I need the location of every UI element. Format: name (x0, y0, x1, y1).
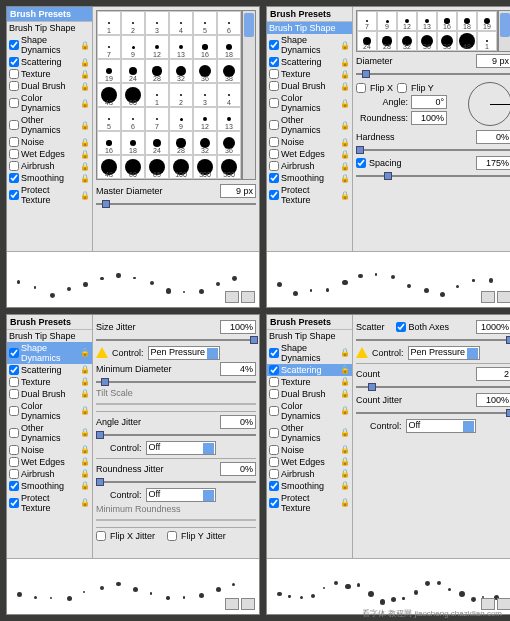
diameter-input[interactable] (476, 54, 510, 68)
sidebar-item-dual[interactable]: Dual Brush🔒 (267, 80, 352, 92)
sidebar-item-shape[interactable]: Shape Dynamics🔒 (7, 342, 92, 364)
sidebar-item-scatter[interactable]: Scattering🔒 (7, 56, 92, 68)
flipy-jitter-check[interactable] (167, 531, 177, 541)
control-select[interactable]: Off (146, 441, 216, 455)
sidebar-item-color[interactable]: Color Dynamics🔒 (7, 92, 92, 114)
stroke-preview (267, 251, 510, 307)
spacing-input[interactable] (476, 156, 510, 170)
panel-brush-tip: Brush Presets Brush Tip Shape Shape Dyna… (266, 6, 510, 308)
sidebar-item-texture[interactable]: Texture🔒 (7, 68, 92, 80)
sidebar-item-protect[interactable]: Protect Texture🔒 (7, 184, 92, 206)
sidebar-item-color[interactable]: Color Dynamics🔒 (7, 400, 92, 422)
sidebar-item-color[interactable]: Color Dynamics🔒 (267, 400, 352, 422)
sidebar-item-smooth[interactable]: Smoothing🔒 (7, 480, 92, 492)
angle-jitter-input[interactable] (220, 415, 256, 429)
sidebar-item-color[interactable]: Color Dynamics🔒 (267, 92, 352, 114)
trash-icon[interactable] (241, 598, 255, 610)
control-select[interactable]: Off (406, 419, 476, 433)
sidebar-item-noise[interactable]: Noise🔒 (267, 444, 352, 456)
sidebar-tip[interactable]: Brush Tip Shape (7, 330, 92, 342)
sidebar-item-scatter[interactable]: Scattering🔒 (7, 364, 92, 376)
warning-icon (96, 347, 108, 358)
master-diameter-input[interactable] (220, 184, 256, 198)
sidebar-item-shape[interactable]: Shape Dynamics🔒 (267, 342, 352, 364)
control-select[interactable]: Pen Pressure (148, 346, 221, 360)
stroke-preview (7, 558, 259, 614)
panel-brush-presets: Brush Presets Brush Tip Shape Shape Dyna… (6, 6, 260, 308)
sidebar-head[interactable]: Brush Presets (7, 315, 92, 330)
sidebar-item-wet[interactable]: Wet Edges🔒 (267, 148, 352, 160)
sidebar-item-texture[interactable]: Texture🔒 (7, 376, 92, 388)
sidebar-item-noise[interactable]: Noise🔒 (267, 136, 352, 148)
sidebar-item-smooth[interactable]: Smoothing🔒 (7, 172, 92, 184)
flipx-check[interactable] (356, 83, 366, 93)
sidebar-item-dual[interactable]: Dual Brush🔒 (267, 388, 352, 400)
flipy-check[interactable] (397, 83, 407, 93)
sidebar-item-protect[interactable]: Protect Texture🔒 (267, 184, 352, 206)
sidebar-item-other[interactable]: Other Dynamics🔒 (267, 422, 352, 444)
sidebar-head[interactable]: Brush Presets (7, 7, 92, 22)
sidebar-item-noise[interactable]: Noise🔒 (7, 136, 92, 148)
control-select[interactable]: Pen Pressure (408, 346, 481, 360)
sidebar-tip[interactable]: Brush Tip Shape (267, 22, 352, 34)
stroke-preview (267, 558, 510, 614)
spacing-check[interactable] (356, 158, 366, 168)
watermark: 看字体 教程网 jiaocheng.chazidian.com (362, 608, 502, 619)
master-diameter-slider[interactable] (96, 200, 256, 208)
sidebar-item-shape[interactable]: Shape Dynamics🔒 (267, 34, 352, 56)
count-input[interactable] (476, 367, 510, 381)
sidebar-item-air[interactable]: Airbrush🔒 (267, 468, 352, 480)
sidebar-item-other[interactable]: Other Dynamics🔒 (267, 114, 352, 136)
sidebar-item-smooth[interactable]: Smoothing🔒 (267, 172, 352, 184)
count-jitter-input[interactable] (476, 393, 510, 407)
sidebar-item-other[interactable]: Other Dynamics🔒 (7, 422, 92, 444)
master-diameter-label: Master Diameter (96, 186, 163, 196)
sidebar-head[interactable]: Brush Presets (267, 315, 352, 330)
min-diameter-input[interactable] (220, 362, 256, 376)
sidebar-item-wet[interactable]: Wet Edges🔒 (7, 456, 92, 468)
roundness-jitter-input[interactable] (220, 462, 256, 476)
new-icon[interactable] (225, 291, 239, 303)
new-icon[interactable] (481, 291, 495, 303)
size-jitter-input[interactable] (220, 320, 256, 334)
sidebar-item-dual[interactable]: Dual Brush🔒 (7, 80, 92, 92)
panel-shape-dynamics: Brush Presets Brush Tip Shape Shape Dyna… (6, 314, 260, 616)
angle-compass[interactable] (468, 82, 510, 126)
trash-icon[interactable] (241, 291, 255, 303)
sidebar-item-air[interactable]: Airbrush🔒 (267, 160, 352, 172)
sidebar-item-wet[interactable]: Wet Edges🔒 (7, 148, 92, 160)
panel-scattering: Brush Presets Brush Tip Shape Shape Dyna… (266, 314, 510, 616)
scrollbar[interactable] (242, 10, 256, 180)
warning-icon (356, 347, 368, 358)
scatter-input[interactable] (476, 320, 510, 334)
sidebar-item-protect[interactable]: Protect Texture🔒 (7, 492, 92, 514)
sidebar: Brush Presets Brush Tip Shape Shape Dyna… (7, 7, 93, 251)
new-icon[interactable] (225, 598, 239, 610)
control-select[interactable]: Off (146, 488, 216, 502)
hardness-input[interactable] (476, 130, 510, 144)
trash-icon[interactable] (497, 291, 510, 303)
sidebar-item-texture[interactable]: Texture🔒 (267, 376, 352, 388)
scrollbar[interactable] (498, 10, 510, 52)
angle-input[interactable] (411, 95, 447, 109)
sidebar-item-dual[interactable]: Dual Brush🔒 (7, 388, 92, 400)
brush-grid[interactable]: 7912131618192428323638481 (356, 10, 498, 52)
sidebar-tip[interactable]: Brush Tip Shape (7, 22, 92, 34)
sidebar-item-scatter[interactable]: Scattering🔒 (267, 364, 352, 376)
sidebar-tip[interactable]: Brush Tip Shape (267, 330, 352, 342)
roundness-input[interactable] (411, 111, 447, 125)
sidebar-item-shape[interactable]: Shape Dynamics🔒 (7, 34, 92, 56)
flipx-jitter-check[interactable] (96, 531, 106, 541)
both-axes-check[interactable] (396, 322, 406, 332)
brush-grid[interactable]: 1234567912131618192428323638486012345679… (96, 10, 242, 180)
sidebar-item-protect[interactable]: Protect Texture🔒 (267, 492, 352, 514)
sidebar-item-air[interactable]: Airbrush🔒 (7, 468, 92, 480)
sidebar-item-scatter[interactable]: Scattering🔒 (267, 56, 352, 68)
sidebar-item-smooth[interactable]: Smoothing🔒 (267, 480, 352, 492)
sidebar-item-wet[interactable]: Wet Edges🔒 (267, 456, 352, 468)
sidebar-item-air[interactable]: Airbrush🔒 (7, 160, 92, 172)
sidebar-item-texture[interactable]: Texture🔒 (267, 68, 352, 80)
sidebar-item-other[interactable]: Other Dynamics🔒 (7, 114, 92, 136)
sidebar-head[interactable]: Brush Presets (267, 7, 352, 22)
sidebar-item-noise[interactable]: Noise🔒 (7, 444, 92, 456)
